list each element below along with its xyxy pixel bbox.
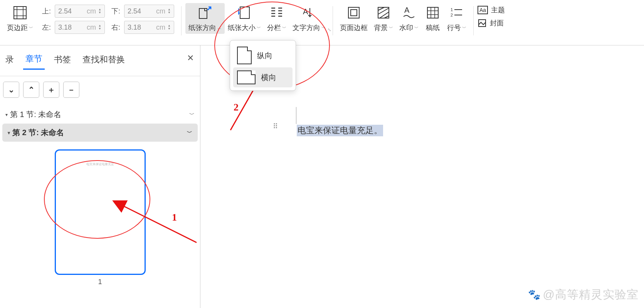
border-icon	[346, 5, 362, 21]
section-list: ▾ 第 1 节: 未命名 ﹀ ▾ 第 2 节: 未命名 ﹀	[0, 103, 200, 144]
text-dir-label: 文字方向	[293, 23, 320, 32]
svg-text:1: 1	[451, 7, 453, 12]
landscape-page-icon	[237, 70, 256, 84]
divider	[473, 6, 474, 35]
border-label: 页面边框	[340, 23, 368, 32]
genko-button[interactable]: 稿纸	[422, 3, 444, 34]
line-num-button[interactable]: 12 行号﹀	[444, 3, 469, 34]
tab-bookmark[interactable]: 书签	[52, 52, 73, 69]
cover-label: 封面	[490, 18, 504, 28]
orientation-dropdown: 纵向 横向	[230, 40, 296, 91]
background-label: 背景	[374, 23, 388, 32]
svg-rect-6	[240, 7, 249, 18]
line-num-icon: 12	[449, 5, 465, 21]
panel-tabs: 录 章节 书签 查找和替换 ✕	[0, 45, 200, 76]
watermark-button[interactable]: A 水印﹀	[396, 3, 422, 34]
margins-inputs: 上: 2.54cm▲▼ 下: 2.54cm▲▼ 左: 3.18cm▲▼ 右: 3…	[36, 3, 177, 35]
svg-rect-5	[199, 8, 207, 18]
landscape-option[interactable]: 横向	[233, 67, 293, 87]
columns-button[interactable]: 分栏﹀	[264, 3, 289, 34]
section-item-1[interactable]: ▾ 第 1 节: 未命名 ﹀	[0, 105, 200, 124]
triangle-icon: ▾	[8, 130, 10, 136]
border-button[interactable]: 页面边框	[337, 3, 371, 34]
genko-label: 稿纸	[426, 23, 440, 32]
ribbon-toolbar: 页边距﹀ 上: 2.54cm▲▼ 下: 2.54cm▲▼ 左: 3.18cm▲▼…	[0, 0, 644, 45]
tab-chapter[interactable]: 章节	[23, 52, 45, 70]
spinner-icon[interactable]: ▲▼	[98, 24, 101, 30]
margin-bottom-input[interactable]: 2.54cm▲▼	[124, 5, 174, 18]
image-watermark: 🐾 @高等精灵实验室	[528, 287, 639, 303]
landscape-label: 横向	[261, 72, 276, 83]
add-button[interactable]: ＋	[43, 82, 59, 98]
divider	[333, 6, 333, 35]
margin-top-input[interactable]: 2.54cm▲▼	[55, 5, 105, 18]
dialog-launcher-icon[interactable]: ⤡	[328, 27, 331, 32]
section-label: 第 1 节: 未命名	[10, 109, 61, 120]
cover-button[interactable]: 封面	[478, 18, 505, 28]
background-button[interactable]: 背景﹀	[371, 3, 396, 34]
svg-line-20	[378, 7, 384, 10]
size-label: 纸张大小	[228, 23, 256, 32]
remove-button[interactable]: －	[63, 82, 79, 98]
theme-label: 主题	[491, 5, 505, 15]
svg-text:2: 2	[451, 13, 453, 17]
thumb-preview-text: 电宝来保证电量充足	[86, 162, 114, 166]
svg-rect-17	[348, 7, 359, 18]
chevron-down-icon[interactable]: ﹀	[189, 111, 195, 118]
line-num-label: 行号	[447, 23, 461, 32]
margin-left-input[interactable]: 3.18cm▲▼	[55, 21, 105, 34]
genko-icon	[425, 5, 441, 21]
chevron-down-icon: ﹀	[321, 25, 326, 31]
triangle-icon: ▾	[5, 112, 8, 117]
tab-toc[interactable]: 录	[3, 52, 16, 69]
section-item-2[interactable]: ▾ 第 2 节: 未命名 ﹀	[2, 124, 198, 142]
orientation-button[interactable]: 纸张方向︿	[185, 3, 225, 34]
drag-handle-icon[interactable]: ⠿	[273, 124, 279, 128]
divider	[181, 6, 182, 35]
svg-rect-0	[14, 7, 26, 19]
svg-text:A: A	[404, 6, 410, 14]
collapse-button[interactable]: ⌄	[3, 82, 19, 98]
document-selected-text[interactable]: 电宝来保证电量充足。	[297, 125, 383, 136]
tab-find-replace[interactable]: 查找和替换	[80, 52, 127, 69]
close-panel-button[interactable]: ✕	[187, 53, 194, 63]
margin-bottom-label: 下:	[109, 7, 120, 16]
cover-icon	[478, 18, 487, 28]
size-icon	[236, 5, 252, 21]
columns-label: 分栏	[267, 23, 281, 32]
text-dir-icon: A	[301, 5, 317, 21]
theme-icon: Aa	[478, 6, 488, 14]
portrait-option[interactable]: 纵向	[233, 44, 293, 67]
watermark-label: 水印	[399, 23, 413, 32]
text-dir-button[interactable]: A 文字方向﹀ ⤡	[289, 3, 329, 34]
spinner-icon[interactable]: ▲▼	[168, 8, 171, 14]
portrait-label: 纵向	[257, 50, 272, 61]
page-thumbnail[interactable]: 电宝来保证电量充足	[55, 149, 146, 275]
margins-button[interactable]: 页边距﹀	[4, 3, 36, 34]
page-margin-line	[296, 107, 296, 124]
chevron-down-icon: ﹀	[462, 25, 466, 31]
orientation-label: 纸张方向	[188, 23, 216, 32]
spinner-icon[interactable]: ▲▼	[98, 8, 101, 14]
chevron-down-icon: ﹀	[282, 25, 286, 31]
thumbnail-number: 1	[98, 278, 102, 286]
theme-button[interactable]: Aa 主题	[478, 5, 505, 15]
background-icon	[375, 5, 392, 21]
expand-button[interactable]: ⌃	[23, 82, 39, 98]
chevron-up-icon: ︿	[217, 25, 222, 31]
chevron-down-icon: ﹀	[389, 25, 393, 31]
portrait-page-icon	[237, 47, 252, 64]
chevron-down-icon[interactable]: ﹀	[187, 129, 192, 136]
thumbnail-area: 电宝来保证电量充足 1	[0, 149, 200, 286]
columns-icon	[269, 5, 285, 21]
size-button[interactable]: 纸张大小﹀	[225, 3, 264, 34]
spinner-icon[interactable]: ▲▼	[168, 24, 171, 30]
navigation-panel: 录 章节 书签 查找和替换 ✕ ⌄ ⌃ ＋ － ▾ 第 1 节: 未命名 ﹀ ▾…	[0, 45, 200, 308]
svg-rect-25	[427, 7, 438, 18]
paw-icon: 🐾	[528, 289, 541, 301]
svg-rect-18	[351, 10, 357, 16]
margin-right-label: 右:	[109, 23, 120, 32]
margins-label: 页边距	[7, 23, 28, 32]
margin-left-label: 左:	[39, 23, 51, 32]
margin-right-input[interactable]: 3.18cm▲▼	[124, 21, 174, 34]
